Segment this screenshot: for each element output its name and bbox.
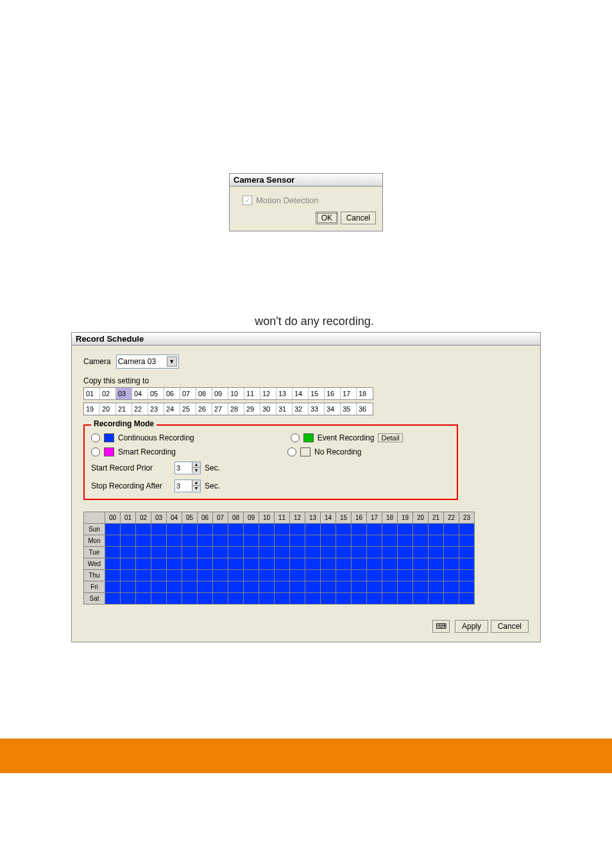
schedule-cell[interactable] bbox=[244, 581, 259, 593]
camera-copy-cell[interactable]: 24 bbox=[164, 403, 180, 415]
schedule-cell[interactable] bbox=[367, 593, 382, 605]
schedule-cell[interactable] bbox=[336, 593, 352, 605]
camera-copy-cell[interactable]: 35 bbox=[341, 403, 357, 415]
schedule-cell[interactable] bbox=[367, 570, 382, 581]
stop-after-input[interactable] bbox=[175, 480, 192, 492]
schedule-cell[interactable] bbox=[213, 547, 228, 558]
schedule-cell[interactable] bbox=[413, 558, 429, 570]
schedule-cell[interactable] bbox=[413, 593, 429, 605]
camera-copy-cell[interactable]: 23 bbox=[148, 403, 164, 415]
schedule-cell[interactable] bbox=[182, 581, 198, 593]
schedule-cell[interactable] bbox=[321, 558, 336, 570]
schedule-cell[interactable] bbox=[105, 570, 121, 581]
schedule-grid[interactable]: 0001020304050607080910111213141516171819… bbox=[83, 512, 475, 605]
schedule-cell[interactable] bbox=[444, 547, 459, 558]
schedule-cell[interactable] bbox=[275, 581, 290, 593]
schedule-cell[interactable] bbox=[198, 570, 213, 581]
schedule-cell[interactable] bbox=[151, 593, 167, 605]
schedule-cell[interactable] bbox=[105, 593, 121, 605]
schedule-cell[interactable] bbox=[182, 547, 198, 558]
schedule-cell[interactable] bbox=[444, 581, 459, 593]
schedule-cell[interactable] bbox=[151, 581, 167, 593]
event-radio[interactable] bbox=[291, 433, 300, 442]
schedule-cell[interactable] bbox=[213, 581, 228, 593]
camera-copy-cell[interactable]: 19 bbox=[84, 403, 100, 415]
schedule-cell[interactable] bbox=[444, 535, 459, 547]
schedule-cell[interactable] bbox=[244, 524, 259, 535]
schedule-cell[interactable] bbox=[429, 547, 444, 558]
schedule-cancel-button[interactable]: Cancel bbox=[491, 620, 529, 633]
camera-copy-cell[interactable]: 33 bbox=[309, 403, 325, 415]
camera-copy-cell[interactable]: 09 bbox=[212, 388, 228, 399]
schedule-cell[interactable] bbox=[290, 547, 305, 558]
start-prior-input[interactable] bbox=[175, 462, 192, 474]
schedule-cell[interactable] bbox=[244, 558, 259, 570]
schedule-cell[interactable] bbox=[290, 535, 305, 547]
schedule-cell[interactable] bbox=[228, 524, 244, 535]
schedule-cell[interactable] bbox=[429, 581, 444, 593]
schedule-cell[interactable] bbox=[182, 558, 198, 570]
schedule-cell[interactable] bbox=[151, 558, 167, 570]
start-prior-spinner[interactable]: ▲▼ bbox=[174, 462, 201, 474]
schedule-cell[interactable] bbox=[151, 547, 167, 558]
schedule-cell[interactable] bbox=[244, 570, 259, 581]
stop-after-spinner[interactable]: ▲▼ bbox=[174, 480, 201, 492]
schedule-cell[interactable] bbox=[459, 581, 475, 593]
schedule-cell[interactable] bbox=[275, 535, 290, 547]
spin-down-icon[interactable]: ▼ bbox=[192, 467, 200, 473]
schedule-cell[interactable] bbox=[290, 581, 305, 593]
camera-copy-cell[interactable]: 03 bbox=[116, 388, 132, 399]
schedule-cell[interactable] bbox=[321, 570, 336, 581]
schedule-cell[interactable] bbox=[352, 581, 367, 593]
schedule-cell[interactable] bbox=[136, 558, 151, 570]
schedule-cell[interactable] bbox=[198, 593, 213, 605]
camera-copy-cell[interactable]: 15 bbox=[309, 388, 325, 399]
camera-copy-cell[interactable]: 30 bbox=[260, 403, 276, 415]
schedule-cell[interactable] bbox=[136, 593, 151, 605]
schedule-cell[interactable] bbox=[121, 524, 136, 535]
schedule-cell[interactable] bbox=[444, 558, 459, 570]
schedule-cell[interactable] bbox=[367, 558, 382, 570]
schedule-cell[interactable] bbox=[305, 581, 321, 593]
camera-copy-cell[interactable]: 16 bbox=[325, 388, 341, 399]
camera-copy-cell[interactable]: 02 bbox=[100, 388, 116, 399]
camera-copy-cell[interactable]: 27 bbox=[212, 403, 228, 415]
motion-detection-checkbox[interactable]: ✓ bbox=[242, 196, 252, 205]
schedule-cell[interactable] bbox=[228, 547, 244, 558]
schedule-cell[interactable] bbox=[367, 581, 382, 593]
schedule-cell[interactable] bbox=[228, 570, 244, 581]
schedule-cell[interactable] bbox=[182, 524, 198, 535]
schedule-cell[interactable] bbox=[305, 547, 321, 558]
schedule-cell[interactable] bbox=[167, 570, 182, 581]
schedule-cell[interactable] bbox=[167, 593, 182, 605]
schedule-cell[interactable] bbox=[398, 593, 413, 605]
schedule-cell[interactable] bbox=[244, 547, 259, 558]
schedule-cell[interactable] bbox=[244, 535, 259, 547]
schedule-cell[interactable] bbox=[275, 593, 290, 605]
schedule-cell[interactable] bbox=[352, 535, 367, 547]
camera-select[interactable]: Camera 03 ▼ bbox=[116, 355, 179, 369]
ok-button[interactable]: OK bbox=[316, 212, 338, 224]
schedule-cell[interactable] bbox=[121, 535, 136, 547]
schedule-cell[interactable] bbox=[305, 558, 321, 570]
schedule-cell[interactable] bbox=[290, 524, 305, 535]
schedule-cell[interactable] bbox=[121, 593, 136, 605]
schedule-cell[interactable] bbox=[352, 547, 367, 558]
schedule-cell[interactable] bbox=[444, 524, 459, 535]
camera-copy-cell[interactable]: 28 bbox=[228, 403, 244, 415]
schedule-cell[interactable] bbox=[382, 593, 398, 605]
camera-copy-cell[interactable]: 29 bbox=[244, 403, 260, 415]
schedule-cell[interactable] bbox=[151, 570, 167, 581]
schedule-cell[interactable] bbox=[275, 524, 290, 535]
schedule-cell[interactable] bbox=[413, 535, 429, 547]
schedule-cell[interactable] bbox=[398, 570, 413, 581]
schedule-cell[interactable] bbox=[398, 581, 413, 593]
schedule-cell[interactable] bbox=[290, 558, 305, 570]
schedule-cell[interactable] bbox=[459, 547, 475, 558]
schedule-cell[interactable] bbox=[336, 535, 352, 547]
schedule-cell[interactable] bbox=[321, 535, 336, 547]
camera-copy-cell[interactable]: 04 bbox=[132, 388, 148, 399]
schedule-cell[interactable] bbox=[105, 547, 121, 558]
schedule-cell[interactable] bbox=[336, 547, 352, 558]
schedule-cell[interactable] bbox=[213, 570, 228, 581]
